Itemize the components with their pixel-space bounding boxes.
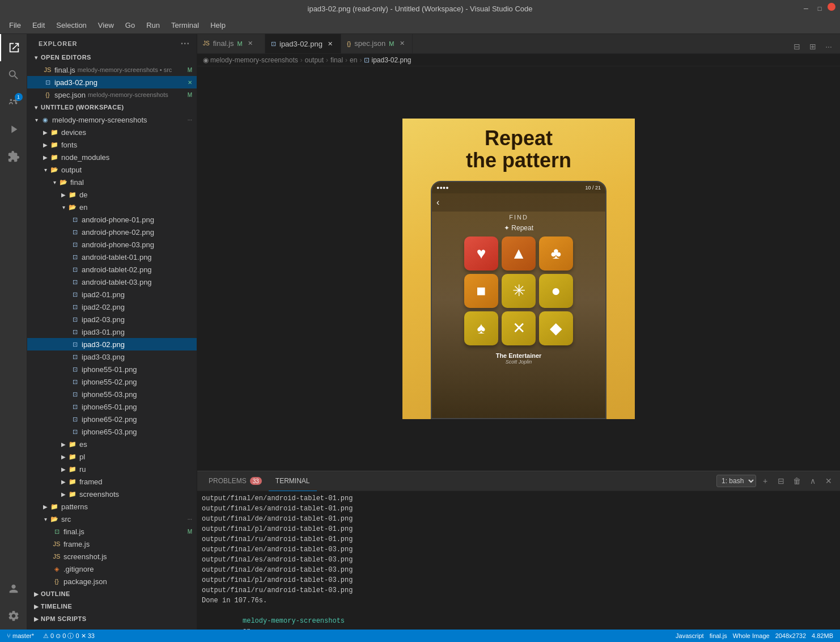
activity-settings[interactable] [0, 602, 27, 630]
tree-fonts[interactable]: ▶ 📁 fonts [27, 138, 197, 151]
terminal-new-button[interactable]: + [758, 474, 772, 488]
tab-spec-json[interactable]: {} spec.json M ✕ [341, 34, 413, 53]
status-language[interactable]: Javascript [673, 630, 706, 642]
editor-layout-button[interactable]: ⊞ [806, 40, 820, 53]
tree-iphone55-01[interactable]: ⊡iphone55-01.png [27, 363, 197, 375]
tree-iphone65-03[interactable]: ⊡iphone65-03.png [27, 425, 197, 438]
tree-iphone55-03[interactable]: ⊡iphone55-03.png [27, 388, 197, 400]
status-dimensions[interactable]: 2048x2732 [773, 630, 808, 642]
tree-android-phone-02[interactable]: ⊡android-phone-02.png [27, 226, 197, 238]
tree-root-folder[interactable]: ▾ ◉ melody-memory-screenshots ··· [27, 113, 197, 126]
status-filesize[interactable]: 4.82MB [809, 630, 835, 642]
maximize-button[interactable]: □ [814, 3, 825, 14]
menu-edit[interactable]: Edit [28, 20, 49, 31]
panel-close-button[interactable]: ✕ [822, 474, 835, 488]
tree-android-phone-03[interactable]: ⊡android-phone-03.png [27, 238, 197, 251]
tree-framed[interactable]: ▶📁framed [27, 475, 197, 488]
panel-tab-problems[interactable]: PROBLEMS 33 [202, 471, 269, 491]
terminal-split-button[interactable]: ⊟ [774, 474, 788, 488]
tab-ipad3-02[interactable]: ⊡ ipad3-02.png ✕ [265, 34, 341, 53]
panel-maximize-button[interactable]: ∧ [806, 474, 820, 488]
tree-android-phone-01[interactable]: ⊡android-phone-01.png [27, 213, 197, 226]
breadcrumb-output[interactable]: output [305, 56, 324, 64]
tree-android-tablet-02[interactable]: ⊡android-tablet-02.png [27, 263, 197, 276]
breadcrumb-root[interactable]: ◉ melody-memory-screenshots [203, 56, 298, 64]
activity-extensions[interactable] [0, 143, 27, 170]
status-whole-image[interactable]: Whole Image [731, 630, 772, 642]
activity-accounts[interactable] [0, 575, 27, 602]
tree-ipad3-01[interactable]: ⊡ipad3-01.png [27, 326, 197, 338]
open-file-spec-json[interactable]: {} spec.json melody-memory-screenshots M [27, 88, 197, 101]
grid-btn-diamond[interactable]: ◆ [539, 311, 573, 345]
section-npm-scripts[interactable]: ▶ NPM Scripts [27, 613, 197, 625]
tree-output[interactable]: ▾ 📂 output [27, 163, 197, 176]
section-open-editors[interactable]: ▾ Open Editors [27, 51, 197, 64]
tree-iphone65-01[interactable]: ⊡iphone65-01.png [27, 400, 197, 413]
grid-btn-star[interactable]: ✳ [502, 274, 536, 308]
tree-screenshots[interactable]: ▶📁screenshots [27, 488, 197, 500]
grid-btn-square[interactable]: ■ [464, 274, 498, 308]
breadcrumb-final[interactable]: final [330, 56, 343, 64]
minimize-button[interactable]: ─ [800, 3, 812, 14]
grid-btn-triangle[interactable]: ▲ [502, 236, 536, 271]
grid-btn-x[interactable]: ✕ [502, 311, 536, 345]
tree-frame-js[interactable]: JSframe.js [27, 538, 197, 550]
grid-btn-circle[interactable]: ● [539, 274, 573, 308]
section-timeline[interactable]: ▶ Timeline [27, 600, 197, 613]
tree-final[interactable]: ▾ 📂 final [27, 176, 197, 188]
menu-go[interactable]: Go [121, 20, 139, 31]
sidebar-more-options[interactable]: ··· [181, 39, 190, 49]
menu-file[interactable]: File [5, 20, 26, 31]
panel-tab-terminal[interactable]: TERMINAL [269, 471, 317, 491]
activity-source-control[interactable]: 1 [0, 88, 27, 116]
tree-pl[interactable]: ▶📁pl [27, 450, 197, 463]
activity-search[interactable] [0, 61, 27, 88]
breadcrumb-en[interactable]: en [350, 56, 357, 64]
section-outline[interactable]: ▶ Outline [27, 588, 197, 600]
grid-btn-heart[interactable]: ♥ [464, 236, 498, 271]
tree-src[interactable]: ▾ 📂 src ··· [27, 513, 197, 525]
tree-ipad2-02[interactable]: ⊡ipad2-02.png [27, 301, 197, 313]
open-file-final-js[interactable]: JS final.js melody-memory-screenshots • … [27, 64, 197, 76]
split-editor-button[interactable]: ⊟ [790, 40, 804, 53]
tree-final-js[interactable]: ⊡final.jsM [27, 525, 197, 538]
tree-ru[interactable]: ▶📁ru [27, 463, 197, 475]
tab-final-js[interactable]: JS final.js M ✕ [197, 34, 265, 53]
tree-ipad2-01[interactable]: ⊡ipad2-01.png [27, 288, 197, 301]
tree-devices[interactable]: ▶ 📁 devices [27, 126, 197, 138]
tree-patterns[interactable]: ▶📁patterns [27, 500, 197, 513]
more-actions-button[interactable]: ··· [822, 40, 835, 53]
tree-de[interactable]: ▶ 📁 de [27, 188, 197, 201]
tree-android-tablet-03[interactable]: ⊡android-tablet-03.png [27, 276, 197, 288]
close-button[interactable] [828, 3, 835, 11]
grid-btn-spade[interactable]: ♠ [464, 311, 498, 345]
tab-spec-json-close[interactable]: ✕ [397, 39, 406, 48]
tab-ipad3-02-close[interactable]: ✕ [326, 39, 335, 48]
terminal-select[interactable]: 1: bash [716, 475, 756, 487]
activity-run-debug[interactable] [0, 116, 27, 143]
tree-node-modules[interactable]: ▶ 📁 node_modules [27, 151, 197, 163]
tree-en[interactable]: ▾ 📂 en [27, 201, 197, 213]
tree-ipad3-02[interactable]: ⊡ipad3-02.png [27, 338, 197, 350]
tree-ipad3-03[interactable]: ⊡ipad3-03.png [27, 350, 197, 363]
open-file-ipad3-02[interactable]: ⊡ ipad3-02.png ✕ [27, 76, 197, 88]
terminal-delete-button[interactable]: 🗑 [790, 474, 804, 488]
tree-iphone55-02[interactable]: ⊡iphone55-02.png [27, 375, 197, 388]
menu-selection[interactable]: Selection [52, 20, 91, 31]
status-filename[interactable]: final.js [707, 630, 729, 642]
tree-iphone65-02[interactable]: ⊡iphone65-02.png [27, 413, 197, 425]
menu-view[interactable]: View [94, 20, 118, 31]
tree-es[interactable]: ▶📁es [27, 438, 197, 450]
tree-screenshot-js[interactable]: JSscreenshot.js [27, 550, 197, 563]
terminal-content[interactable]: output/final/en/android-tablet-01.png ou… [197, 491, 840, 630]
section-workspace[interactable]: ▾ Untitled (Workspace) [27, 101, 197, 113]
tree-package-json[interactable]: {}package.json [27, 575, 197, 588]
grid-btn-club[interactable]: ♣ [539, 236, 573, 271]
breadcrumb-file[interactable]: ⊡ ipad3-02.png [364, 56, 411, 64]
activity-explorer[interactable] [0, 34, 27, 61]
tree-android-tablet-01[interactable]: ⊡android-tablet-01.png [27, 251, 197, 263]
tree-gitignore[interactable]: ◈.gitignore [27, 563, 197, 575]
menu-run[interactable]: Run [142, 20, 164, 31]
status-errors[interactable]: ⚠ 0 ⊙ 0 ⓘ 0 ✕ 33 [41, 630, 97, 642]
tree-ipad2-03[interactable]: ⊡ipad2-03.png [27, 313, 197, 326]
